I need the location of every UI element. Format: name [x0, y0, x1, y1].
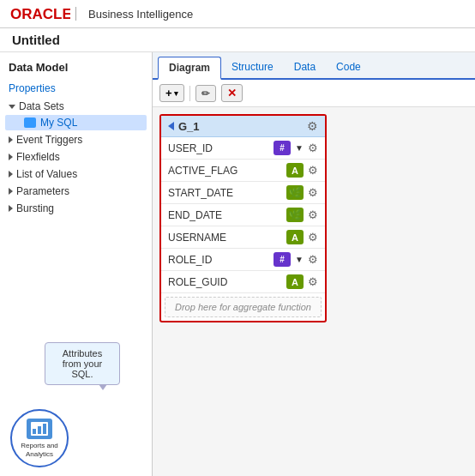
a-badge-activeflag: A — [286, 163, 304, 178]
gear-icon-enddate[interactable]: ⚙ — [308, 208, 318, 221]
add-button[interactable]: +▾ — [159, 84, 184, 102]
content-area: Diagram Structure Data Code +▾ ✏ ✕ — [153, 52, 475, 476]
dataset-name: G_1 — [178, 120, 200, 133]
reports-label: Reports and Analytics — [12, 442, 67, 458]
field-row-userid[interactable]: USER_ID # ▼ ⚙ — [161, 137, 325, 160]
triangle-open-icon — [9, 105, 15, 109]
sidebar-item-datasets[interactable]: Data Sets — [5, 99, 147, 114]
gear-icon-username[interactable]: ⚙ — [308, 231, 318, 244]
triangle-right-icon — [9, 136, 13, 143]
bi-title: Business Intelligence — [88, 8, 193, 21]
field-row-roleid[interactable]: ROLE_ID # ▼ ⚙ — [161, 249, 325, 271]
field-name-enddate: END_DATE — [168, 209, 282, 221]
sidebar-item-parameters[interactable]: Parameters — [5, 184, 147, 199]
dataset-gear-icon[interactable]: ⚙ — [307, 119, 318, 133]
diagram-area: G_1 ⚙ USER_ID # ▼ ⚙ ACTIVE_FLAG A ⚙ — [153, 107, 475, 476]
chevron-icon-roleid: ▼ — [295, 255, 304, 264]
tab-structure[interactable]: Structure — [221, 57, 284, 78]
triangle-right-icon5 — [9, 205, 13, 212]
hash-badge-roleid: # — [274, 252, 291, 267]
triangle-left-icon — [168, 122, 174, 130]
gear-icon-roleid[interactable]: ⚙ — [308, 253, 318, 266]
svg-text:ORACLE: ORACLE — [10, 6, 70, 22]
page-title-bar: Untitled — [0, 28, 475, 52]
main-layout: Data Model Properties Data Sets My SQL E… — [0, 52, 475, 476]
sidebar: Data Model Properties Data Sets My SQL E… — [0, 52, 153, 476]
gear-icon-startdate[interactable]: ⚙ — [308, 186, 318, 199]
gear-icon-userid[interactable]: ⚙ — [308, 142, 318, 154]
tab-diagram[interactable]: Diagram — [158, 57, 221, 80]
dataset-header: G_1 ⚙ — [161, 116, 325, 137]
drop-zone[interactable]: Drop here for aggregate function — [165, 297, 322, 317]
triangle-right-icon3 — [9, 171, 13, 178]
x-icon: ✕ — [227, 87, 237, 99]
toolbar-separator — [189, 86, 190, 101]
field-row-activeflag[interactable]: ACTIVE_FLAG A ⚙ — [161, 160, 325, 182]
sidebar-item-event-triggers[interactable]: Event Triggers — [5, 132, 147, 148]
tabs-bar: Diagram Structure Data Code — [153, 52, 475, 80]
reports-chart-icon — [31, 422, 48, 436]
oracle-logo-svg: ORACLE — [10, 4, 70, 23]
sidebar-title: Data Model — [5, 61, 147, 74]
reports-icon — [27, 419, 52, 439]
gear-icon-activeflag[interactable]: ⚙ — [308, 164, 318, 177]
tab-data[interactable]: Data — [284, 57, 326, 78]
field-row-username[interactable]: USERNAME A ⚙ — [161, 226, 325, 249]
gear-icon-roleguid[interactable]: ⚙ — [308, 275, 318, 288]
dataset-header-left: G_1 — [168, 120, 200, 133]
tab-code[interactable]: Code — [326, 57, 371, 78]
a-badge-username: A — [286, 230, 304, 244]
dropdown-arrow: ▾ — [174, 89, 178, 98]
pencil-icon: ✏ — [201, 87, 210, 99]
field-name-startdate: START_DATE — [168, 187, 282, 199]
sidebar-item-bursting[interactable]: Bursting — [5, 201, 147, 216]
sidebar-item-mysql[interactable]: My SQL — [5, 115, 147, 130]
field-name-userid: USER_ID — [168, 142, 269, 154]
svg-rect-2 — [33, 429, 36, 434]
triangle-right-icon4 — [9, 188, 13, 195]
field-name-roleid: ROLE_ID — [168, 254, 269, 266]
dataset-panel: G_1 ⚙ USER_ID # ▼ ⚙ ACTIVE_FLAG A ⚙ — [159, 114, 327, 322]
date-badge-startdate: 🌿 — [286, 185, 304, 200]
sidebar-item-list-of-values[interactable]: List of Values — [5, 166, 147, 182]
svg-rect-4 — [43, 424, 46, 434]
triangle-right-icon2 — [9, 154, 13, 160]
sidebar-item-flexfields[interactable]: Flexfields — [5, 149, 147, 165]
reports-analytics-circle[interactable]: Reports and Analytics — [10, 409, 69, 467]
field-name-username: USERNAME — [168, 232, 282, 244]
field-row-roleguid[interactable]: ROLE_GUID A ⚙ — [161, 271, 325, 293]
tooltip-bubble: Attributes from your SQL. — [45, 342, 120, 385]
diagram-toolbar: +▾ ✏ ✕ — [153, 80, 475, 107]
edit-button[interactable]: ✏ — [195, 85, 216, 102]
oracle-logo: ORACLE — [10, 4, 81, 23]
delete-button[interactable]: ✕ — [221, 84, 243, 102]
page-title: Untitled — [12, 33, 60, 47]
a-badge-roleguid: A — [286, 274, 304, 289]
plus-icon: + — [165, 87, 172, 99]
header: ORACLE Business Intelligence — [0, 0, 475, 28]
field-name-roleguid: ROLE_GUID — [168, 276, 282, 288]
date-badge-enddate: 🌿 — [286, 208, 304, 222]
db-icon — [24, 117, 36, 128]
hash-badge-userid: # — [274, 141, 291, 155]
sidebar-properties[interactable]: Properties — [5, 81, 147, 96]
field-row-enddate[interactable]: END_DATE 🌿 ⚙ — [161, 204, 325, 226]
chevron-icon-userid: ▼ — [295, 143, 304, 153]
field-row-startdate[interactable]: START_DATE 🌿 ⚙ — [161, 182, 325, 204]
svg-rect-3 — [38, 426, 41, 434]
field-name-activeflag: ACTIVE_FLAG — [168, 165, 282, 177]
